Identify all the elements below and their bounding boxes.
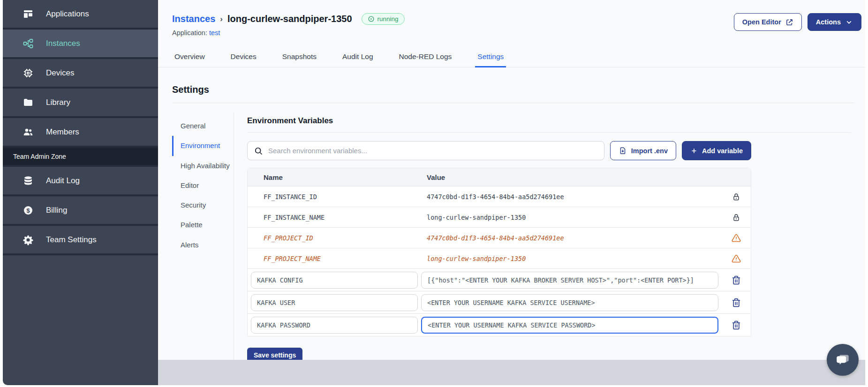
settings-nav-general[interactable]: General bbox=[172, 116, 234, 136]
tab-label: Overview bbox=[174, 52, 205, 60]
environment-panel: Environment Variables Import .env Add va… bbox=[234, 112, 851, 360]
settings-nav-high-availability[interactable]: High Availability bbox=[172, 156, 234, 176]
page-header: Instances › long-curlew-sandpiper-1350 r… bbox=[158, 0, 865, 37]
env-var-value-input[interactable] bbox=[421, 272, 718, 289]
tab-audit-log[interactable]: Audit Log bbox=[340, 48, 376, 67]
application-label: Application: bbox=[172, 29, 207, 37]
open-editor-label: Open Editor bbox=[742, 18, 781, 26]
actions-label: Actions bbox=[816, 18, 841, 26]
add-variable-label: Add variable bbox=[702, 147, 743, 155]
tab-devices[interactable]: Devices bbox=[228, 48, 259, 67]
settings-nav: General Environment High Availability Ed… bbox=[172, 112, 234, 360]
team-settings-icon bbox=[23, 234, 34, 246]
env-var-name-input[interactable] bbox=[251, 294, 418, 311]
external-link-icon bbox=[785, 18, 793, 26]
sidebar-item-label: Members bbox=[46, 127, 79, 137]
env-var-value-input[interactable] bbox=[421, 317, 718, 334]
add-variable-button[interactable]: Add variable bbox=[682, 141, 751, 160]
settings-nav-palette[interactable]: Palette bbox=[172, 215, 234, 235]
play-circle-icon bbox=[368, 15, 375, 22]
warning-icon bbox=[732, 254, 741, 263]
environment-controls: Import .env Add variable bbox=[247, 141, 751, 160]
column-header-name: Name bbox=[248, 173, 421, 181]
settings-nav-editor[interactable]: Editor bbox=[172, 176, 234, 195]
environment-variables-table: Name Value FF_INSTANCE_ID 4747c0bd-d1f3-… bbox=[247, 168, 751, 336]
delete-variable-button[interactable] bbox=[732, 320, 741, 330]
settings-page-title: Settings bbox=[172, 84, 854, 103]
sidebar-item-label: Devices bbox=[46, 68, 74, 78]
table-rows: FF_INSTANCE_ID 4747c0bd-d1f3-4654-84b4-a… bbox=[248, 186, 751, 336]
library-icon bbox=[23, 97, 34, 108]
main-content: Instances › long-curlew-sandpiper-1350 r… bbox=[158, 0, 865, 360]
env-var-name-input[interactable] bbox=[251, 317, 418, 334]
sidebar-item-devices[interactable]: Devices bbox=[3, 59, 158, 89]
sidebar-item-audit-log[interactable]: Audit Log bbox=[3, 167, 158, 196]
devices-icon bbox=[23, 67, 34, 79]
search-box bbox=[247, 141, 604, 160]
sidebar-item-team-settings[interactable]: Team Settings bbox=[3, 226, 158, 255]
sidebar-main-nav: Applications Instances Devices Library M… bbox=[3, 0, 158, 148]
billing-icon: $ bbox=[23, 205, 34, 216]
sidebar-item-label: Library bbox=[46, 98, 70, 107]
lock-icon bbox=[732, 192, 741, 201]
settings-nav-alerts[interactable]: Alerts bbox=[172, 235, 234, 255]
sidebar: Applications Instances Devices Library M… bbox=[3, 0, 158, 385]
env-var-name: FF_INSTANCE_ID bbox=[248, 193, 317, 201]
delete-variable-button[interactable] bbox=[732, 298, 741, 307]
application-link[interactable]: test bbox=[209, 29, 220, 37]
sidebar-item-library[interactable]: Library bbox=[3, 89, 158, 118]
actions-button[interactable]: Actions bbox=[808, 13, 861, 31]
instances-icon bbox=[23, 38, 34, 49]
breadcrumb-separator: › bbox=[220, 15, 223, 24]
sidebar-item-instances[interactable]: Instances bbox=[3, 30, 158, 59]
header-buttons: Open Editor Actions bbox=[734, 13, 861, 31]
tab-label: Settings bbox=[477, 52, 504, 60]
settings-nav-environment[interactable]: Environment bbox=[172, 136, 234, 156]
audit-log-icon bbox=[23, 175, 34, 186]
sidebar-item-label: Applications bbox=[46, 9, 89, 19]
sidebar-admin-nav: Audit Log $ Billing Team Settings bbox=[3, 167, 158, 255]
env-table-row-ff-project-name: FF_PROJECT_NAME long-curlew-sandpiper-13… bbox=[248, 248, 751, 268]
tab-label: Devices bbox=[231, 52, 257, 60]
settings-nav-item-label: Security bbox=[181, 201, 206, 209]
sidebar-item-label: Billing bbox=[46, 206, 67, 215]
breadcrumb-instances-link[interactable]: Instances bbox=[172, 14, 215, 24]
tab-node-red-logs[interactable]: Node-RED Logs bbox=[397, 48, 454, 67]
delete-variable-button[interactable] bbox=[732, 275, 741, 285]
settings-nav-item-label: Environment bbox=[181, 141, 220, 149]
members-icon bbox=[23, 127, 34, 138]
env-table-row-ff-instance-name: FF_INSTANCE_NAME long-curlew-sandpiper-1… bbox=[248, 207, 751, 227]
table-header: Name Value bbox=[248, 168, 751, 186]
save-settings-button[interactable]: Save settings bbox=[247, 348, 302, 360]
status-badge: running bbox=[362, 13, 405, 25]
tab-overview[interactable]: Overview bbox=[172, 48, 207, 67]
open-editor-button[interactable]: Open Editor bbox=[734, 13, 802, 31]
import-env-button[interactable]: Import .env bbox=[610, 141, 676, 160]
env-var-value: long-curlew-sandpiper-1350 bbox=[421, 214, 526, 221]
settings-nav-item-label: Editor bbox=[181, 181, 199, 189]
env-table-row-ff-project-id: FF_PROJECT_ID 4747c0bd-d1f3-4654-84b4-aa… bbox=[248, 227, 751, 248]
sidebar-item-members[interactable]: Members bbox=[3, 118, 158, 148]
lock-icon bbox=[732, 213, 741, 222]
sidebar-item-label: Audit Log bbox=[46, 176, 80, 186]
tab-snapshots[interactable]: Snapshots bbox=[280, 48, 319, 67]
app-page: Applications Instances Devices Library M… bbox=[0, 0, 868, 387]
sidebar-item-billing[interactable]: $ Billing bbox=[3, 196, 158, 226]
search-input[interactable] bbox=[268, 147, 598, 155]
sidebar-item-label: Team Settings bbox=[46, 235, 97, 245]
team-admin-zone-label: Team Admin Zone bbox=[3, 148, 158, 167]
env-var-name: FF_INSTANCE_NAME bbox=[248, 214, 325, 221]
instance-tabs: Overview Devices Snapshots Audit Log Nod… bbox=[158, 48, 865, 67]
chat-widget-button[interactable] bbox=[827, 344, 859, 376]
tab-settings[interactable]: Settings bbox=[475, 48, 506, 67]
env-var-value-input[interactable] bbox=[421, 294, 718, 311]
settings-nav-item-label: High Availability bbox=[181, 162, 230, 170]
warning-icon bbox=[732, 233, 741, 243]
chat-icon bbox=[835, 352, 851, 368]
env-var-name-input[interactable] bbox=[251, 272, 418, 289]
plus-icon bbox=[690, 147, 698, 155]
chevron-down-icon bbox=[845, 18, 853, 26]
settings-nav-security[interactable]: Security bbox=[172, 195, 234, 215]
settings-body: General Environment High Availability Ed… bbox=[172, 112, 851, 360]
sidebar-item-applications[interactable]: Applications bbox=[3, 0, 158, 30]
